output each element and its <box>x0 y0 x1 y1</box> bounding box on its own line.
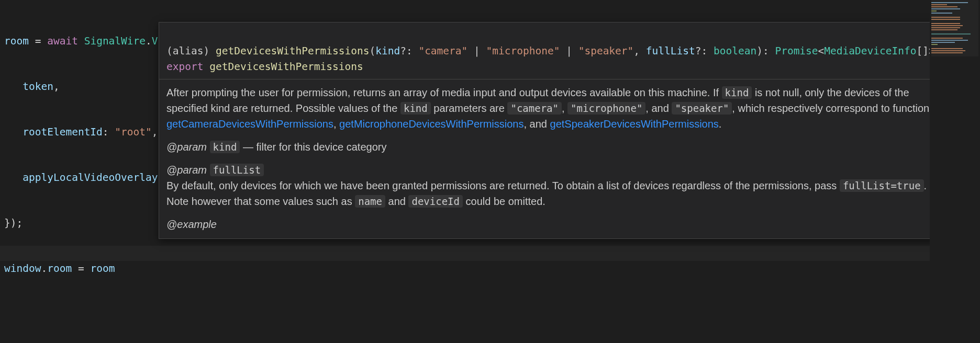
doc-text: , <box>562 102 567 114</box>
doc-code-chip: name <box>355 195 385 208</box>
minimap-line <box>931 6 957 7</box>
token-indent <box>4 126 23 138</box>
sig-export-keyword: export <box>166 61 203 73</box>
token-var: room <box>4 35 29 47</box>
minimap-line <box>931 2 968 3</box>
doc-text: By default, only devices for which we ha… <box>166 180 840 191</box>
token-punc: , <box>53 81 60 93</box>
sig-fn-name: getDevicesWithPermissions <box>216 45 370 57</box>
doc-link-speaker[interactable]: getSpeakerDevicesWithPermissions <box>550 118 719 130</box>
token-var: room <box>90 262 115 275</box>
token-dot: . <box>41 262 47 275</box>
sig-literal: "microphone" <box>486 45 560 57</box>
minimap[interactable] <box>930 0 980 343</box>
sig-literal: "camera" <box>418 45 467 57</box>
minimap-line <box>931 13 952 14</box>
token-punc: : <box>103 126 115 138</box>
sig-alias: (alias) <box>166 45 209 57</box>
doc-param-fulllist: @param fullListBy default, only devices … <box>166 162 950 209</box>
doc-code-chip: kind <box>722 86 752 99</box>
minimap-line <box>931 27 960 28</box>
minimap-line <box>931 50 965 51</box>
doc-text: parameters are <box>431 102 508 114</box>
code-line-empty[interactable] <box>4 306 368 322</box>
token-string: "root" <box>115 126 151 138</box>
sig-optional: ? <box>400 45 406 57</box>
doc-text: . <box>719 118 722 130</box>
token-op: = <box>72 262 90 275</box>
sig-pipe: | <box>467 45 486 57</box>
minimap-line <box>931 19 960 20</box>
sig-return-type: Promise <box>775 45 818 57</box>
doc-param-kind: @param kind — filter for this device cat… <box>166 139 950 155</box>
doc-example-tag: @example <box>166 219 217 230</box>
doc-text: , and <box>645 102 672 114</box>
hover-tooltip[interactable]: (alias) getDevicesWithPermissions(kind?:… <box>159 22 957 239</box>
sig-brackets: [] <box>916 45 928 57</box>
sig-return-inner: MediaDeviceInfo <box>824 45 916 57</box>
token-space <box>78 35 84 47</box>
sig-param-fulllist: fullList <box>646 45 695 57</box>
doc-link-camera[interactable]: getCameraDevicesWithPermissions <box>166 118 333 130</box>
doc-paragraph: After prompting the user for permission,… <box>166 85 950 132</box>
token-property: room <box>47 262 72 275</box>
minimap-line <box>931 23 960 24</box>
doc-code-chip: "camera" <box>507 102 562 115</box>
token-op: = <box>29 35 47 47</box>
doc-code-chip: fullList <box>210 164 264 176</box>
token-punc: , <box>152 126 158 138</box>
doc-code-chip: deviceId <box>408 195 463 208</box>
doc-code-chip: kind <box>210 141 240 153</box>
doc-example: @example <box>166 216 950 232</box>
doc-text: — filter for this device category <box>240 141 386 153</box>
sig-export-name: getDevicesWithPermissions <box>209 61 363 73</box>
minimap-line <box>931 48 963 49</box>
doc-code-chip: kind <box>400 102 431 115</box>
minimap-line <box>931 38 963 39</box>
doc-param-tag: @param <box>166 164 207 176</box>
sig-sep: : <box>701 45 714 57</box>
token-property: rootElementId <box>23 126 103 138</box>
tooltip-documentation: After prompting the user for permission,… <box>159 79 957 238</box>
doc-text: , and <box>524 118 550 130</box>
doc-text: and <box>385 196 408 207</box>
sig-param-kind: kind <box>375 45 400 57</box>
minimap-line <box>931 40 968 41</box>
doc-text: After prompting the user for permission,… <box>166 87 722 98</box>
minimap-line <box>931 25 963 26</box>
doc-text: , which respectively correspond to funct… <box>732 102 934 114</box>
token-indent <box>4 81 23 93</box>
tooltip-signature: (alias) getDevicesWithPermissions(kind?:… <box>159 22 957 79</box>
sig-literal: "speaker" <box>578 45 634 57</box>
token-dot: . <box>146 35 152 47</box>
token-keyword: await <box>47 35 78 47</box>
minimap-line <box>931 44 938 45</box>
minimap-line <box>931 4 947 5</box>
token-property: applyLocalVideoOverlay <box>23 172 158 184</box>
minimap-line <box>931 33 971 35</box>
token-namespace: SignalWire <box>84 35 146 47</box>
minimap-line <box>931 8 960 9</box>
token-punc: }); <box>4 217 23 229</box>
code-line[interactable]: window.room = room <box>4 261 368 276</box>
minimap-line <box>931 10 937 12</box>
sig-optional: ? <box>695 45 701 57</box>
minimap-line <box>931 42 955 43</box>
minimap-line <box>931 17 960 18</box>
sig-pipe: | <box>560 45 578 57</box>
doc-param-tag: @param <box>166 141 207 153</box>
sig-type: boolean <box>714 45 756 57</box>
doc-link-microphone[interactable]: getMicrophoneDevicesWithPermissions <box>339 118 524 130</box>
doc-code-chip: "speaker" <box>672 102 732 115</box>
token-property: token <box>23 81 53 93</box>
doc-code-chip: fullList=true <box>840 179 924 192</box>
token-indent <box>4 172 23 184</box>
doc-text: could be omitted. <box>463 196 545 207</box>
sig-sep: : <box>406 45 418 57</box>
doc-text: , <box>333 118 339 130</box>
token-var: window <box>4 262 41 275</box>
doc-code-chip: "microphone" <box>567 102 645 115</box>
minimap-line <box>931 52 963 53</box>
minimap-line <box>931 29 957 30</box>
